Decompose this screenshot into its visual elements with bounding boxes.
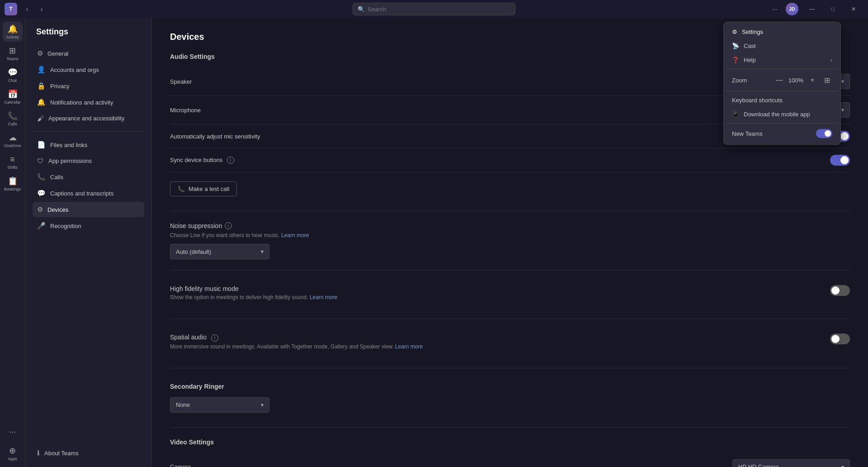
sidebar-item-calls[interactable]: 📞 Calls (3, 109, 23, 129)
high-fidelity-learn-more[interactable]: Learn more (310, 294, 337, 300)
settings-title: Settings (33, 27, 144, 37)
settings-menu-general[interactable]: ⚙ General (33, 46, 144, 61)
context-menu-keyboard-shortcuts[interactable]: Keyboard shortcuts (726, 93, 838, 107)
new-teams-label: New Teams (732, 130, 763, 137)
sidebar-item-onedrive[interactable]: ☁ OneDrive (3, 130, 23, 150)
close-button[interactable]: ✕ (844, 2, 863, 16)
camera-dropdown[interactable]: HP HD Camera ▾ (732, 459, 850, 467)
spatial-audio-title: Spatial audio i (170, 334, 423, 342)
nav-forward-button[interactable]: › (35, 3, 48, 15)
spatial-audio-toggle[interactable] (830, 334, 850, 344)
new-teams-toggle-thumb (825, 130, 831, 137)
camera-label: Camera (170, 463, 191, 467)
activity-icon: 🔔 (8, 24, 18, 34)
maximize-button[interactable]: □ (823, 2, 843, 16)
about-menu-icon: ℹ (37, 449, 40, 457)
sidebar-item-activity[interactable]: 🔔 Activity (3, 22, 23, 42)
sidebar-item-apps[interactable]: ⊕ Apps (3, 443, 23, 463)
settings-menu-privacy[interactable]: 🔒 Privacy (33, 78, 144, 94)
spatial-audio-toggle-thumb (831, 335, 840, 343)
appearance-menu-icon: 🖌 (37, 114, 44, 122)
new-teams-toggle[interactable] (816, 129, 832, 138)
sync-buttons-toggle[interactable] (830, 155, 850, 166)
sidebar-item-chat[interactable]: 💬 Chat (3, 65, 23, 85)
zoom-minus-button[interactable]: — (774, 75, 785, 86)
camera-dropdown-arrow: ▾ (841, 464, 844, 467)
high-fidelity-section: High fidelity music mode Show the option… (170, 285, 337, 300)
title-bar: T ‹ › 🔍 ··· JD — □ ✕ (0, 0, 868, 18)
search-input[interactable] (368, 6, 510, 13)
context-menu-cast[interactable]: 📡 Cast (726, 39, 838, 53)
spatial-audio-learn-more[interactable]: Learn more (395, 343, 423, 350)
sync-buttons-info-icon[interactable]: i (227, 157, 234, 164)
main-layout: 🔔 Activity ⊞ Teams 💬 Chat 📅 Calendar 📞 C… (0, 18, 868, 467)
separator-1 (170, 211, 850, 211)
general-menu-label: General (47, 50, 68, 57)
zoom-row: Zoom — 100% + ⊞ (726, 71, 838, 89)
context-menu-help[interactable]: ❓ Help › (726, 53, 838, 67)
context-menu-download-mobile[interactable]: 📱 Download the mobile app (726, 107, 838, 121)
sidebar-item-more[interactable]: ··· (3, 422, 23, 442)
chat-icon: 💬 (8, 67, 18, 77)
context-help-icon: ❓ (732, 57, 739, 63)
settings-menu-files[interactable]: 📄 Files and links (33, 137, 144, 152)
calls-label: Calls (8, 122, 17, 126)
sidebar-item-teams[interactable]: ⊞ Teams (3, 43, 23, 63)
speaker-dropdown-arrow: ▾ (841, 78, 844, 85)
calls-menu-icon: 📞 (37, 173, 46, 181)
nav-back-button[interactable]: ‹ (21, 3, 33, 15)
zoom-level: 100% (788, 77, 803, 84)
auto-adjust-label: Automatically adjust mic sensitivity (170, 133, 260, 140)
teams-icon: ⊞ (9, 46, 16, 56)
high-fidelity-title: High fidelity music mode (170, 285, 337, 292)
settings-menu-notifications[interactable]: 🔔 Notifications and activity (33, 95, 144, 110)
high-fidelity-toggle[interactable] (830, 285, 850, 296)
minimize-button[interactable]: — (802, 2, 822, 16)
settings-menu-apppermissions[interactable]: 🛡 App permissions (33, 153, 144, 168)
secondary-ringer-section: Secondary Ringer None ▾ (170, 379, 850, 416)
privacy-menu-icon: 🔒 (37, 82, 46, 90)
settings-menu-accounts[interactable]: 👤 Accounts and orgs (33, 62, 144, 77)
separator-3 (170, 319, 850, 319)
chat-label: Chat (8, 78, 17, 83)
secondary-ringer-dropdown[interactable]: None ▾ (170, 397, 269, 413)
context-help-label: Help (744, 57, 756, 63)
sidebar-nav: 🔔 Activity ⊞ Teams 💬 Chat 📅 Calendar 📞 C… (0, 18, 25, 467)
noise-learn-more-link[interactable]: Learn more (281, 232, 309, 238)
sidebar-item-shifts[interactable]: ≡ Shifts (3, 152, 23, 172)
context-menu-settings[interactable]: ⚙ Settings (726, 25, 838, 39)
settings-menu-about[interactable]: ℹ About Teams (33, 445, 83, 461)
privacy-menu-label: Privacy (50, 83, 70, 90)
noise-dropdown[interactable]: Auto (default) ▾ (170, 244, 269, 259)
settings-menu-captions[interactable]: 💬 Captions and transcripts (33, 186, 144, 201)
sidebar-item-bookings[interactable]: 📋 Bookings (3, 174, 23, 194)
noise-info-icon[interactable]: i (225, 222, 232, 229)
settings-menu-devices[interactable]: ⚙ Devices (33, 202, 144, 217)
notifications-menu-label: Notifications and activity (50, 99, 113, 106)
more-options-button[interactable]: ··· (768, 3, 782, 15)
test-call-icon: 📞 (178, 186, 185, 192)
bookings-icon: 📋 (8, 176, 18, 186)
devices-menu-icon: ⚙ (37, 205, 43, 214)
teams-label: Teams (6, 57, 19, 61)
apps-icon: ⊕ (9, 446, 16, 456)
title-bar-left: T ‹ › (5, 3, 48, 15)
settings-menu-appearance[interactable]: 🖌 Appearance and accessibility (33, 111, 144, 126)
recognition-menu-label: Recognition (50, 223, 81, 229)
devices-menu-label: Devices (47, 206, 68, 213)
settings-divider-1 (33, 131, 144, 132)
zoom-fit-button[interactable]: ⊞ (821, 75, 832, 86)
spatial-audio-info-icon[interactable]: i (211, 334, 218, 342)
settings-menu-recognition[interactable]: 🎤 Recognition (33, 218, 144, 234)
sidebar-item-calendar[interactable]: 📅 Calendar (3, 87, 23, 107)
avatar[interactable]: JD (786, 3, 798, 15)
camera-row: Camera HP HD Camera ▾ (170, 453, 850, 467)
context-divider-3 (726, 123, 838, 124)
apppermissions-menu-icon: 🛡 (37, 157, 44, 165)
title-bar-right: ··· JD — □ ✕ (768, 2, 863, 16)
zoom-plus-button[interactable]: + (807, 75, 818, 86)
make-test-call-button[interactable]: 📞 Make a test call (170, 181, 237, 196)
download-mobile-icon: 📱 (732, 111, 739, 118)
settings-menu-calls[interactable]: 📞 Calls (33, 169, 144, 185)
notifications-menu-icon: 🔔 (37, 98, 46, 106)
